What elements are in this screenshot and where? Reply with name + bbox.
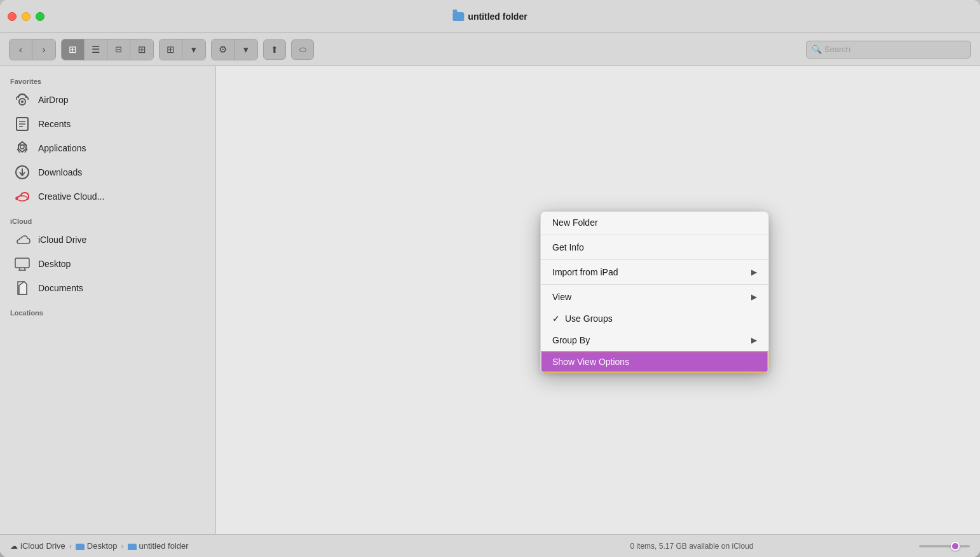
import-ipad-left: Import from iPad [552,267,618,277]
new-folder-label: New Folder [552,217,598,228]
gear-chevron-icon: ▾ [243,44,248,55]
window-title-area: untitled folder [453,11,527,22]
context-menu-import-ipad[interactable]: Import from iPad ▶ [541,261,768,283]
gear-button[interactable]: ⚙ [212,39,235,60]
group-by-arrow: ▶ [751,336,757,345]
get-info-left: Get Info [552,242,584,252]
separator-3 [541,284,768,285]
view-mode-group: ⊞ ☰ ⊟ ⊞ [61,39,154,60]
sidebar-item-desktop-label: Desktop [38,259,71,269]
svg-rect-13 [15,258,29,268]
breadcrumb-desktop[interactable]: Desktop [76,541,118,551]
sidebar-item-downloads-label: Downloads [38,167,82,177]
gallery-view-button[interactable]: ⊞ [130,39,153,60]
import-ipad-arrow: ▶ [751,268,757,277]
use-groups-check: ✓ [552,313,560,324]
view-left: View [552,292,571,302]
separator-1 [541,235,768,235]
breadcrumb-desktop-label: Desktop [87,541,118,551]
sidebar-item-icloud-drive-label: iCloud Drive [38,235,86,245]
sidebar-item-recents[interactable]: Recents [4,112,212,136]
sidebar-item-applications[interactable]: Applications [4,136,212,160]
breadcrumb-icloud-label: iCloud Drive [20,541,65,551]
view-group-chevron-button[interactable]: ▾ [182,39,205,60]
applications-icon [14,140,31,156]
view-group-icon: ⊞ [167,44,175,55]
window-title: untitled folder [468,11,527,22]
show-view-options-left: Show View Options [552,357,629,367]
view-group-dropdown: ⊞ ▾ [159,39,206,60]
minimize-button[interactable] [22,12,31,21]
icon-view-button[interactable]: ⊞ [62,39,85,60]
search-placeholder: Search [824,45,850,54]
nav-button-group: ‹ › [9,39,56,60]
forward-button[interactable]: › [32,39,55,60]
search-box[interactable]: 🔍 Search [806,41,971,58]
sidebar-item-documents-label: Documents [38,283,83,293]
columns-view-button[interactable]: ⊟ [107,39,130,60]
traffic-lights [8,12,44,21]
breadcrumb-icloud[interactable]: ☁ iCloud Drive [10,541,65,551]
icloud-cloud-icon: ☁ [10,542,18,551]
context-menu-new-folder[interactable]: New Folder [541,212,768,233]
list-view-button[interactable]: ☰ [85,39,107,60]
share-button[interactable]: ⬆ [263,39,286,60]
svg-point-12 [17,196,27,201]
sidebar-item-recents-label: Recents [38,119,71,129]
close-button[interactable] [8,12,17,21]
gallery-view-icon: ⊞ [138,44,146,55]
list-view-icon: ☰ [92,44,100,55]
breadcrumb: ☁ iCloud Drive › Desktop › untitled fold… [10,541,465,551]
context-menu-group-by[interactable]: Group By ▶ [541,329,768,351]
separator-2 [541,259,768,260]
sidebar-item-airdrop[interactable]: AirDrop [4,88,212,112]
content-area: Favorites AirDrop [0,66,980,534]
sidebar-item-documents[interactable]: Documents [4,276,212,300]
svg-point-6 [20,145,24,149]
view-group-chevron-icon: ▾ [191,44,196,55]
use-groups-left: ✓ Use Groups [552,313,613,324]
group-by-left: Group By [552,335,590,345]
title-bar: untitled folder [0,0,980,33]
downloads-icon [14,164,31,181]
breadcrumb-sep-1: › [69,542,72,551]
tag-button[interactable]: ⬭ [291,39,314,60]
forward-icon: › [43,44,46,55]
group-by-label: Group By [552,335,590,345]
gear-dropdown: ⚙ ▾ [211,39,258,60]
favorites-header: Favorites [0,74,215,88]
maximize-button[interactable] [36,12,44,21]
sidebar-item-applications-label: Applications [38,143,86,153]
slider-track [919,545,970,547]
context-menu-view[interactable]: View ▶ [541,286,768,308]
columns-view-icon: ⊟ [115,45,122,54]
slider-thumb[interactable] [951,542,960,551]
back-button[interactable]: ‹ [10,39,32,60]
locations-header: Locations [0,305,215,319]
svg-point-1 [21,100,24,103]
view-arrow: ▶ [751,292,757,301]
sidebar: Favorites AirDrop [0,66,216,534]
sidebar-item-icloud-drive[interactable]: iCloud Drive [4,228,212,252]
breadcrumb-untitled[interactable]: untitled folder [128,541,189,551]
airdrop-icon [14,92,31,108]
status-bar: ☁ iCloud Drive › Desktop › untitled fold… [0,534,980,557]
gear-icon: ⚙ [219,44,227,55]
breadcrumb-untitled-label: untitled folder [139,541,189,551]
sidebar-item-downloads[interactable]: Downloads [4,160,212,184]
icloud-drive-icon [14,231,31,248]
title-folder-icon [453,12,464,21]
tag-icon: ⬭ [299,45,306,55]
show-view-options-label: Show View Options [552,357,629,367]
new-folder-left: New Folder [552,217,598,228]
context-menu-use-groups[interactable]: ✓ Use Groups [541,308,768,329]
share-icon: ⬆ [271,45,278,55]
sidebar-item-creative-cloud[interactable]: Creative Cloud... [4,184,212,209]
context-menu-show-view-options[interactable]: Show View Options [541,351,768,373]
context-menu-get-info[interactable]: Get Info [541,237,768,258]
view-group-button[interactable]: ⊞ [160,39,182,60]
gear-chevron-button[interactable]: ▾ [235,39,257,60]
finder-window: untitled folder ‹ › ⊞ ☰ ⊟ ⊞ [0,0,980,557]
zoom-slider[interactable] [919,545,970,547]
sidebar-item-desktop[interactable]: Desktop [4,252,212,276]
